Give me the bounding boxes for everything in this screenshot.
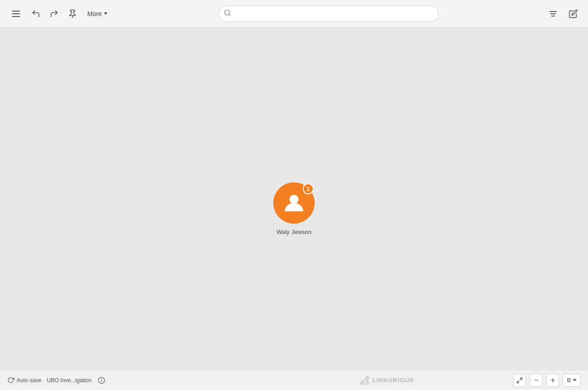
filter-icon bbox=[548, 10, 558, 17]
toolbar-left: More bbox=[7, 6, 111, 22]
redo-button[interactable] bbox=[47, 6, 62, 21]
info-button[interactable] bbox=[97, 376, 106, 385]
bottom-left: Auto-save UBO Inve...igation bbox=[7, 376, 260, 385]
node-badge: 1 bbox=[303, 184, 314, 195]
search-input[interactable] bbox=[218, 6, 439, 22]
redo-icon bbox=[50, 9, 59, 18]
info-icon bbox=[98, 377, 105, 384]
toolbar: More bbox=[0, 0, 588, 28]
autosave-icon bbox=[7, 377, 14, 384]
undo-button[interactable] bbox=[28, 6, 43, 21]
person-node-icon bbox=[282, 191, 306, 215]
logo-graph-icon bbox=[360, 375, 370, 385]
node-circle[interactable]: 1 bbox=[273, 183, 315, 224]
layout-button[interactable]: B bbox=[563, 374, 581, 387]
zoom-out-button[interactable]: − bbox=[530, 374, 543, 387]
search-container bbox=[218, 6, 439, 22]
edit-button[interactable] bbox=[566, 6, 581, 21]
badge-count: 1 bbox=[307, 186, 310, 192]
node-label: Waly Jewson bbox=[277, 228, 311, 235]
node-container: 1 Waly Jewson bbox=[273, 183, 315, 235]
svg-line-10 bbox=[362, 379, 366, 382]
pen-icon bbox=[569, 9, 578, 18]
autosave-wrap: Auto-save bbox=[7, 377, 41, 384]
canvas[interactable]: 1 Waly Jewson bbox=[0, 28, 588, 390]
toolbar-right bbox=[546, 6, 581, 21]
layout-chevron-icon bbox=[573, 379, 577, 381]
toolbar-center bbox=[115, 6, 542, 22]
bottom-center: LINKURIOUS bbox=[260, 375, 514, 385]
layout-label: B bbox=[567, 377, 571, 384]
autosave-label: Auto-save bbox=[17, 377, 41, 384]
chevron-down-icon bbox=[104, 12, 107, 15]
hamburger-icon bbox=[10, 9, 22, 19]
bottombar: Auto-save UBO Inve...igation LINKURIOUS bbox=[0, 370, 588, 390]
fit-icon bbox=[516, 377, 523, 384]
svg-point-7 bbox=[361, 381, 363, 384]
linkurious-logo: LINKURIOUS bbox=[360, 375, 414, 385]
logo-text: LINKURIOUS bbox=[373, 377, 414, 384]
bottom-right: − + B bbox=[513, 374, 581, 387]
menu-button[interactable] bbox=[7, 6, 25, 22]
more-button[interactable]: More bbox=[84, 7, 111, 20]
zoom-in-label: + bbox=[551, 376, 555, 384]
svg-point-3 bbox=[289, 195, 299, 204]
filter-button[interactable] bbox=[546, 7, 560, 20]
svg-point-8 bbox=[366, 376, 368, 379]
zoom-in-button[interactable]: + bbox=[546, 374, 559, 387]
fit-view-button[interactable] bbox=[513, 374, 526, 387]
zoom-out-label: − bbox=[534, 376, 538, 384]
investigation-label: UBO Inve...igation bbox=[47, 377, 91, 384]
pin-button[interactable] bbox=[65, 6, 80, 21]
more-label: More bbox=[87, 10, 102, 17]
pin-icon bbox=[68, 9, 77, 18]
undo-icon bbox=[31, 9, 40, 18]
svg-point-9 bbox=[366, 381, 368, 384]
